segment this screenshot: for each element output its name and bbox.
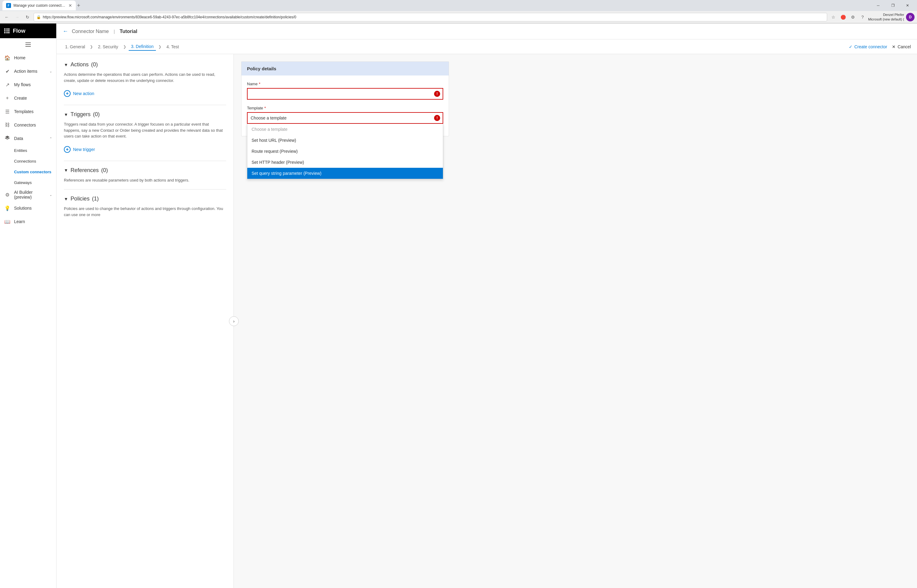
step-definition[interactable]: 3. Definition xyxy=(129,43,156,51)
profile-org: Microsoft (new default) ( xyxy=(868,17,904,21)
url-text: https://preview.flow.microsoft.com/manag… xyxy=(43,15,824,19)
sidebar-item-action-items[interactable]: ✔ Action items ⌄ xyxy=(0,65,56,78)
sidebar-item-solutions[interactable]: 💡 Solutions xyxy=(0,201,56,215)
step-general[interactable]: 1. General xyxy=(63,43,87,50)
template-field-group: Template * Choose a template ! Choose a … xyxy=(247,106,443,124)
new-tab-button[interactable]: + xyxy=(77,2,81,9)
name-input-wrapper: ! xyxy=(247,88,443,100)
toolbar-icons: ☆ 🛑 ⚙ ? Denzel Pfeifer Microsoft (new de… xyxy=(829,13,915,21)
sidebar-item-connections[interactable]: Connections xyxy=(14,156,56,166)
dropdown-item-set-host-url[interactable]: Set host URL (Preview) xyxy=(247,135,443,146)
app-grid-icon[interactable] xyxy=(4,28,10,33)
template-dropdown-wrapper: Choose a template ! Choose a template Se… xyxy=(247,112,443,124)
triggers-chevron-icon[interactable]: ▼ xyxy=(64,112,68,117)
forward-button[interactable]: → xyxy=(13,13,21,21)
sidebar-item-learn[interactable]: 📖 Learn xyxy=(0,215,56,228)
tab-favicon: F xyxy=(6,3,11,8)
new-trigger-button[interactable]: + New trigger xyxy=(64,144,226,155)
right-panel: Policy details Name * ! xyxy=(234,54,917,588)
wizard-actions: ✓ Create connector ✕ Cancel xyxy=(849,44,911,49)
cancel-label: Cancel xyxy=(898,44,911,49)
new-action-button[interactable]: + New action xyxy=(64,88,226,99)
create-icon: + xyxy=(4,95,10,101)
sidebar-label-data: Data xyxy=(14,136,46,141)
template-required-star: * xyxy=(265,106,266,110)
sidebar-item-create[interactable]: + Create xyxy=(0,91,56,105)
triggers-description: Triggers read data from your connector. … xyxy=(64,121,226,139)
ad-block-icon: 🛑 xyxy=(839,13,847,21)
close-button[interactable]: ✕ xyxy=(901,1,915,10)
name-field-label: Name * xyxy=(247,82,443,86)
references-count: (0) xyxy=(101,167,108,174)
help-button[interactable]: ? xyxy=(858,13,867,21)
new-trigger-plus-icon: + xyxy=(64,146,71,153)
sidebar-hamburger[interactable] xyxy=(0,38,56,51)
step-arrow-2: ❯ xyxy=(123,45,126,49)
back-button[interactable]: ← xyxy=(2,13,11,21)
restore-button[interactable]: ❐ xyxy=(886,1,900,10)
action-items-icon: ✔ xyxy=(4,68,10,74)
settings-button[interactable]: ⚙ xyxy=(849,13,857,21)
address-bar[interactable]: 🔒 https://preview.flow.microsoft.com/man… xyxy=(34,13,827,21)
back-arrow-button[interactable]: ← xyxy=(63,28,68,34)
template-dropdown-list: Choose a template Set host URL (Preview)… xyxy=(247,124,443,179)
policies-title: Policies xyxy=(71,195,90,202)
sidebar-label-connectors: Connectors xyxy=(14,123,52,128)
sidebar-item-home[interactable]: 🏠 Home xyxy=(0,51,56,65)
lock-icon: 🔒 xyxy=(36,15,41,19)
sidebar-item-gateways[interactable]: Gateways xyxy=(14,177,56,188)
connector-tutorial-label: Tutorial xyxy=(120,29,137,34)
refresh-button[interactable]: ↻ xyxy=(23,13,32,21)
template-dropdown[interactable]: Choose a template ! xyxy=(247,112,443,124)
profile-avatar[interactable]: D xyxy=(906,13,915,21)
actions-title: Actions xyxy=(71,61,89,68)
profile-info: Denzel Pfeifer Microsoft (new default) ( xyxy=(868,13,904,21)
browser-tab[interactable]: F Manage your custom connectors ✕ xyxy=(2,1,76,10)
triggers-count: (0) xyxy=(93,111,100,118)
create-connector-button[interactable]: ✓ Create connector xyxy=(849,44,887,49)
browser-titlebar: F Manage your custom connectors ✕ + ─ ❐ … xyxy=(0,0,917,11)
sidebar-item-connectors[interactable]: ⛓ Connectors xyxy=(0,118,56,132)
sidebar-label-action-items: Action items xyxy=(14,69,46,74)
sidebar-item-ai-builder[interactable]: ⚙ AI Builder (preview) ⌄ xyxy=(0,188,56,201)
step-test[interactable]: 4. Test xyxy=(164,43,181,50)
cancel-button[interactable]: ✕ Cancel xyxy=(892,44,911,49)
right-arrow-button[interactable]: › xyxy=(229,316,239,326)
policies-description: Policies are used to change the behavior… xyxy=(64,206,226,218)
favorites-button[interactable]: ☆ xyxy=(829,13,838,21)
connector-name-label: Connector Name xyxy=(72,29,109,34)
policy-details-body: Name * ! Template * xyxy=(242,76,449,136)
actions-section-header: ▼ Actions (0) xyxy=(64,61,226,68)
dropdown-item-placeholder[interactable]: Choose a template xyxy=(247,124,443,135)
name-input[interactable] xyxy=(247,88,443,100)
data-chevron-icon: ⌃ xyxy=(50,137,52,140)
sidebar: Flow 🏠 Home ✔ Action items ⌄ ↗ My flows … xyxy=(0,24,57,588)
dropdown-item-route-request[interactable]: Route request (Preview) xyxy=(247,146,443,157)
policy-details-card: Policy details Name * ! xyxy=(241,61,449,136)
triggers-divider xyxy=(64,161,226,161)
step-general-label: 1. General xyxy=(65,44,85,49)
dropdown-item-set-http-header[interactable]: Set HTTP header (Preview) xyxy=(247,157,443,168)
dropdown-item-set-query-string[interactable]: Set query string parameter (Preview) xyxy=(247,168,443,179)
sidebar-item-data[interactable]: Data ⌃ xyxy=(0,132,56,145)
sidebar-item-my-flows[interactable]: ↗ My flows xyxy=(0,78,56,91)
my-flows-icon: ↗ xyxy=(4,82,10,88)
app-name: Flow xyxy=(13,28,25,34)
window-controls: ─ ❐ ✕ xyxy=(871,1,915,10)
sidebar-item-entities[interactable]: Entities xyxy=(14,145,56,156)
ai-builder-icon: ⚙ xyxy=(4,192,10,198)
step-security[interactable]: 2. Security xyxy=(95,43,120,50)
content-area: ▼ Actions (0) Actions determine the oper… xyxy=(57,54,917,588)
template-error-icon: ! xyxy=(434,115,440,121)
triggers-section-header: ▼ Triggers (0) xyxy=(64,111,226,118)
references-chevron-icon[interactable]: ▼ xyxy=(64,168,68,173)
minimize-button[interactable]: ─ xyxy=(871,1,885,10)
policies-chevron-icon[interactable]: ▼ xyxy=(64,197,68,201)
actions-chevron-icon[interactable]: ▼ xyxy=(64,62,68,67)
sidebar-item-templates[interactable]: ☰ Templates xyxy=(0,105,56,118)
sidebar-label-solutions: Solutions xyxy=(14,206,52,210)
sidebar-item-custom-connectors[interactable]: Custom connectors xyxy=(14,166,56,177)
step-security-label: 2. Security xyxy=(98,44,118,49)
top-bar: ← Connector Name | Tutorial xyxy=(57,24,917,39)
tab-close-button[interactable]: ✕ xyxy=(68,3,72,8)
